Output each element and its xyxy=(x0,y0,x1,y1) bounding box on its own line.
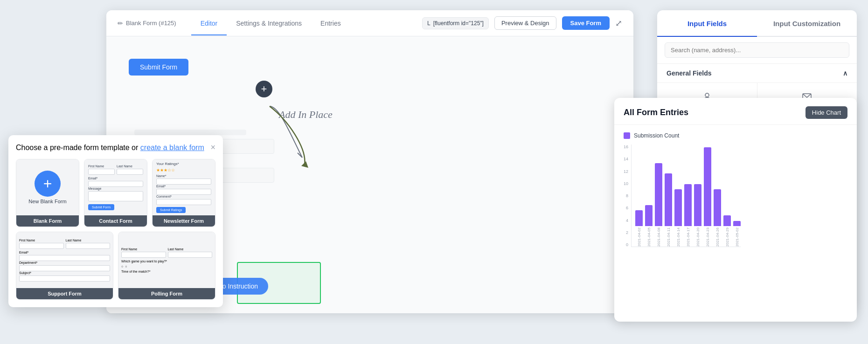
blank-form-plus-icon: + xyxy=(35,171,61,197)
polling-form-preview: First Name Last Name Which game you want… xyxy=(118,232,215,288)
header-right: L [fluentform id="125"] Preview & Design… xyxy=(422,16,622,30)
template-popup-text: Choose a pre-made form template or creat… xyxy=(16,144,204,152)
bar-column-2: 2021-04-08 xyxy=(655,163,662,247)
hide-chart-button[interactable]: Hide Chart xyxy=(806,106,847,119)
contact-form-preview: First Name Last Name Email* Message Subm… xyxy=(84,159,147,215)
blank-form-label: Blank Form xyxy=(16,215,79,227)
bar-column-5: 2021-04-17 xyxy=(684,184,692,247)
template-card-contact[interactable]: First Name Last Name Email* Message Subm… xyxy=(84,159,147,227)
polling-form-mini: First Name Last Name Which game you want… xyxy=(118,245,215,276)
bar-column-3: 2021-04-11 xyxy=(665,173,672,247)
bar-column-6: 2021-04-20 xyxy=(694,184,701,247)
y-label-14: 14 xyxy=(624,157,628,161)
breadcrumb: ✏ Blank Form (#125) xyxy=(118,20,176,27)
shortcode-badge[interactable]: L [fluentform id="125"] xyxy=(422,17,489,29)
template-card-polling[interactable]: First Name Last Name Which game you want… xyxy=(118,232,215,300)
bar-label-4: 2021-04-14 xyxy=(676,228,681,247)
y-label-2: 2 xyxy=(626,230,628,235)
legend-label: Submission Count xyxy=(634,132,679,139)
tab-settings[interactable]: Settings & Integrations xyxy=(227,12,311,35)
preview-design-button[interactable]: Preview & Design xyxy=(494,16,556,30)
plus-icon: + xyxy=(261,83,267,95)
svg-marker-0 xyxy=(301,161,308,168)
y-label-12: 12 xyxy=(624,169,628,174)
tab-entries[interactable]: Entries xyxy=(311,12,350,35)
bar-0 xyxy=(635,210,643,226)
bar-1 xyxy=(645,205,653,226)
bar-label-3: 2021-04-11 xyxy=(667,228,671,247)
chart-title: All Form Entries xyxy=(624,108,688,117)
bar-label-5: 2021-04-17 xyxy=(686,228,690,247)
bar-7 xyxy=(704,147,711,226)
blank-form-preview: + New Blank Form xyxy=(16,159,79,215)
bar-label-7: 2021-04-23 xyxy=(706,228,710,247)
bar-column-10: 2021-05-02 xyxy=(733,221,741,247)
newsletter-form-mini: Your Ratings* ★★★☆☆ Name* Email* Comment… xyxy=(153,159,215,215)
tab-editor[interactable]: Editor xyxy=(191,12,227,35)
template-grid: + New Blank Form Blank Form First Name L… xyxy=(16,159,215,227)
contact-form-mini: First Name Last Name Email* Message Subm… xyxy=(84,161,147,214)
tab-input-customization[interactable]: Input Customization xyxy=(757,11,857,37)
template-popup-header: Choose a pre-made form template or creat… xyxy=(16,143,215,152)
chart-area: Submission Count 16 14 12 10 8 6 4 2 0 2… xyxy=(614,125,857,255)
expand-button[interactable]: ⤢ xyxy=(615,18,622,28)
support-form-mini: First Name Last Name Email* Department* … xyxy=(16,236,113,284)
editor-header: ✏ Blank Form (#125) Editor Settings & In… xyxy=(106,10,633,36)
bar-6 xyxy=(694,184,701,226)
chart-container: 16 14 12 10 8 6 4 2 0 2021-04-022021-04-… xyxy=(624,144,847,247)
contact-form-label: Contact Form xyxy=(84,215,147,227)
y-label-10: 10 xyxy=(624,181,628,186)
y-label-4: 4 xyxy=(626,218,628,223)
y-label-6: 6 xyxy=(626,206,628,210)
chart-panel: All Form Entries Hide Chart Submission C… xyxy=(614,98,857,322)
save-form-button[interactable]: Save Form xyxy=(562,16,610,30)
bar-2 xyxy=(655,163,662,226)
y-label-8: 8 xyxy=(626,193,628,198)
support-form-preview: First Name Last Name Email* Department* … xyxy=(16,232,113,288)
bar-9 xyxy=(723,215,731,226)
newsletter-form-label: Newsletter Form xyxy=(153,215,215,227)
panel-tabs: Input Fields Input Customization xyxy=(657,10,857,37)
search-input[interactable] xyxy=(665,42,849,58)
general-fields-label: General Fields xyxy=(667,69,711,77)
panel-search xyxy=(657,37,857,64)
svg-point-1 xyxy=(705,93,709,97)
chart-header: All Form Entries Hide Chart xyxy=(614,98,857,125)
bar-column-4: 2021-04-14 xyxy=(674,189,682,247)
template-card-blank[interactable]: + New Blank Form Blank Form xyxy=(16,159,79,227)
add-in-place-label: Add In Place xyxy=(279,109,333,121)
popup-close-button[interactable]: × xyxy=(210,143,215,152)
bar-label-0: 2021-04-02 xyxy=(637,228,641,247)
template-popup: Choose a pre-made form template or creat… xyxy=(8,135,223,307)
create-blank-form-link[interactable]: create a blank form xyxy=(140,144,204,151)
add-in-place-button[interactable]: + xyxy=(256,81,272,97)
template-card-newsletter[interactable]: Your Ratings* ★★★☆☆ Name* Email* Comment… xyxy=(152,159,215,227)
bar-column-9: 2021-04-29 xyxy=(723,215,731,247)
bar-column-7: 2021-04-23 xyxy=(704,147,711,247)
general-fields-header: General Fields ∧ xyxy=(657,64,857,83)
template-bottom-row: First Name Last Name Email* Department* … xyxy=(16,232,215,300)
chart-legend: Submission Count xyxy=(624,132,847,139)
y-label-0: 0 xyxy=(626,242,628,247)
bar-10 xyxy=(733,221,741,226)
submit-form-button[interactable]: Submit Form xyxy=(129,59,188,76)
template-card-support[interactable]: First Name Last Name Email* Department* … xyxy=(16,232,113,300)
bar-column-8: 2021-04-26 xyxy=(714,189,721,247)
y-label-16: 16 xyxy=(624,144,628,149)
legend-dot xyxy=(624,132,630,139)
y-axis: 16 14 12 10 8 6 4 2 0 xyxy=(624,144,631,247)
bar-5 xyxy=(684,184,692,226)
bar-label-8: 2021-04-26 xyxy=(715,228,720,247)
support-form-label: Support Form xyxy=(16,288,113,299)
bar-8 xyxy=(714,189,721,226)
tab-input-fields[interactable]: Input Fields xyxy=(657,11,757,37)
form-submit-area: Submit Form xyxy=(129,59,611,76)
bar-label-6: 2021-04-20 xyxy=(696,228,700,247)
blank-form-sublabel: New Blank Form xyxy=(28,199,66,204)
bar-label-1: 2021-04-05 xyxy=(647,228,651,247)
bar-chart: 2021-04-022021-04-052021-04-082021-04-11… xyxy=(631,144,741,247)
bar-column-1: 2021-04-05 xyxy=(645,205,653,247)
nav-tabs: Editor Settings & Integrations Entries xyxy=(191,12,418,35)
breadcrumb-text: Blank Form (#125) xyxy=(126,20,176,27)
newsletter-form-preview: Your Ratings* ★★★☆☆ Name* Email* Comment… xyxy=(153,159,215,215)
